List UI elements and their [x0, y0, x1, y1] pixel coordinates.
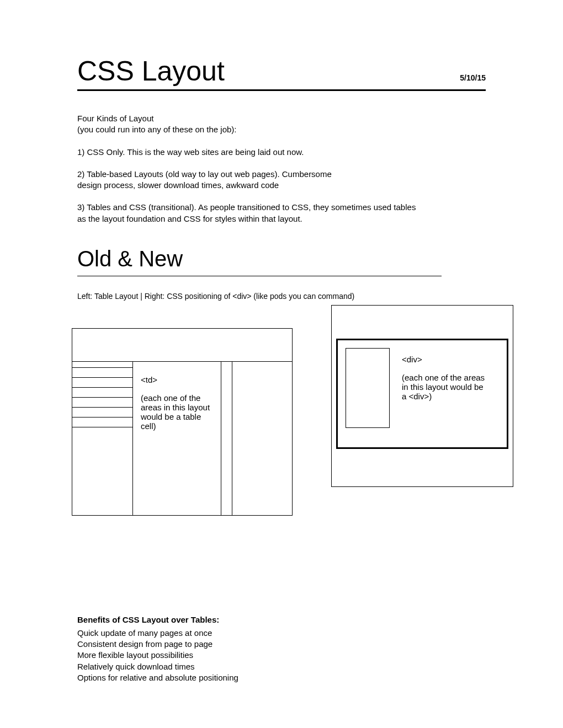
page-header: CSS Layout 5/10/15 — [77, 55, 486, 91]
benefits-item: Quick update of many pages at once — [77, 628, 486, 639]
intro-heading: Four Kinds of Layout (you could run into… — [77, 113, 431, 136]
page-date: 5/10/15 — [460, 73, 486, 82]
diagram-td-label: <td> — [141, 375, 215, 384]
diagram-table-cell-label: <td> (each one of the areas in this layo… — [133, 362, 221, 515]
diagram-td-description: (each one of the areas in this layout wo… — [141, 393, 215, 431]
diagram-table-sidebar — [72, 362, 133, 515]
diagram-css-layout: <div> (each one of the areas in this lay… — [331, 305, 513, 487]
page-title: CSS Layout — [77, 55, 225, 87]
diagram-div-label: <div> — [402, 355, 489, 364]
intro-item-1: 1) CSS Only. This is the way web sites a… — [77, 147, 342, 158]
diagram-caption: Left: Table Layout | Right: CSS position… — [77, 292, 486, 301]
benefits-section: Benefits of CSS Layout over Tables: Quic… — [77, 615, 486, 683]
intro-item-3: 3) Tables and CSS (transitional). As peo… — [77, 202, 419, 224]
section-rule — [77, 276, 442, 276]
benefits-list: Quick update of many pages at once Consi… — [77, 628, 486, 683]
benefits-heading: Benefits of CSS Layout over Tables: — [77, 615, 232, 624]
intro-item-2: 2) Table-based Layouts (old way to lay o… — [77, 169, 342, 191]
diagram-css-label-block: <div> (each one of the areas in this lay… — [390, 348, 489, 401]
diagram-table-spacer — [221, 362, 232, 515]
benefits-item: More flexible layout possibilities — [77, 650, 486, 661]
diagram-area: <td> (each one of the areas in this layo… — [77, 306, 486, 538]
section-old-new-title: Old & New — [77, 247, 486, 271]
diagram-css-sidebar — [346, 348, 390, 428]
diagram-css-container: <div> (each one of the areas in this lay… — [336, 339, 508, 449]
diagram-table-header-row — [72, 329, 292, 362]
diagram-table-layout: <td> (each one of the areas in this layo… — [72, 328, 293, 516]
benefits-item: Consistent design from page to page — [77, 639, 486, 650]
diagram-div-description: (each one of the areas in this layout wo… — [402, 373, 489, 401]
diagram-table-mini-rows — [72, 367, 132, 427]
diagram-table-rightcol — [232, 362, 292, 515]
benefits-item: Relatively quick download times — [77, 661, 486, 672]
benefits-item: Options for relative and absolute positi… — [77, 672, 486, 683]
